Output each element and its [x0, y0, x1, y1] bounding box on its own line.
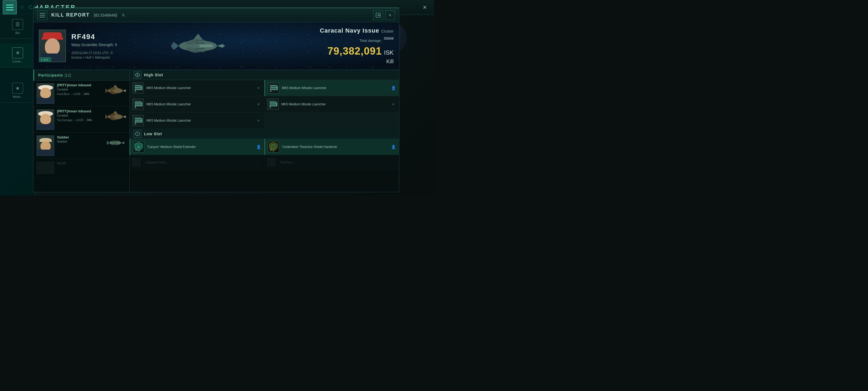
avatar-face-3: [40, 141, 51, 151]
low-item-count-1: 1: [135, 148, 137, 151]
empty-label: — — —: [267, 119, 278, 122]
svg-rect-48: [270, 102, 276, 103]
kill-badge: 1 Kill: [39, 57, 51, 62]
svg-marker-54: [141, 118, 143, 123]
high-slot-item-4[interactable]: 1 MK5 Medium Missile Launcher ×: [265, 96, 399, 112]
sidebar-item-medals[interactable]: ★ Meda...: [0, 79, 35, 103]
pilot-name: RF494: [71, 33, 320, 41]
combat-icon: ✕: [12, 48, 23, 58]
participant-avatar-3: [37, 136, 54, 156]
sidebar-bio-label: Bio: [16, 31, 20, 34]
item-name-1: MK5 Medium Missile Launcher: [147, 86, 253, 90]
high-slot-header: High Slot: [130, 70, 399, 80]
hero-info: RF494 Warp Scramble Strength: 5 2020/11/…: [71, 33, 320, 59]
stat-divider-2: |: [82, 92, 83, 95]
item-action-5[interactable]: ×: [255, 118, 261, 123]
item-action-4[interactable]: ×: [390, 101, 396, 107]
stat-percent-2: 34%: [87, 119, 92, 122]
participants-panel: Participants [12] [PRTY]Amarr Inbound Cy…: [33, 70, 130, 192]
participant-info-4: 332.85: [57, 162, 126, 165]
high-slot-item-5[interactable]: 1 MK5 Medium Missile Launcher ×: [130, 113, 264, 129]
low-slot-extra: Capacitor Rech... 'Full Run'...: [130, 155, 399, 170]
item-action-2[interactable]: 👤: [390, 85, 396, 91]
stat-divider-1: |: [71, 92, 72, 95]
pilot-avatar: 1 Kill: [39, 30, 66, 62]
modal-export-button[interactable]: [373, 10, 383, 20]
high-slot-item-1[interactable]: 1 MK5 Medium Missile Launcher ×: [130, 80, 264, 96]
low-slot-icon: [134, 130, 141, 138]
modal-id: [ID:3348648]: [94, 13, 117, 18]
app-menu-button[interactable]: [3, 0, 17, 15]
total-damage-label: Total damage:: [360, 38, 382, 43]
participant-ship-img-1: [104, 83, 126, 98]
total-damage-value: 35948: [384, 36, 394, 43]
low-slot-item-2[interactable]: 1 'Undertaker' Reactive Shield Hardener …: [265, 139, 399, 155]
shield-extender-icon: + 1: [133, 141, 144, 152]
low-item-action-1[interactable]: 👤: [255, 144, 261, 150]
launcher-icon-1: 1: [132, 82, 144, 94]
participant-damage-4: 332.85: [57, 162, 126, 165]
high-slot-empty: — — —: [265, 113, 399, 129]
low-item-name-1: 'Canyon' Medium Shield Extender: [147, 145, 253, 149]
stat-percent-1: 34%: [84, 92, 89, 95]
hero-stats: Caracal Navy Issue Cruiser Total damage:…: [320, 27, 394, 65]
participant-name-2: [PRTY]Amarr Inbound: [57, 109, 102, 113]
avatar-face: [40, 88, 51, 98]
svg-marker-42: [277, 86, 278, 90]
high-slot-item-2[interactable]: 1 MK5 Medium Missile Launcher 👤: [265, 80, 399, 96]
participants-header: Participants [12]: [33, 70, 129, 81]
left-sidebar: ☰ Bio ✕ Comb... ★ Meda...: [0, 0, 35, 196]
kill-date: 2020/11/04 17:10:51 UTC -5: [71, 51, 320, 55]
stat-damage-2: 12436: [76, 119, 83, 122]
low-slot-item-1[interactable]: + 1 'Canyon' Medium Shield Extender 👤: [130, 139, 264, 155]
participant-ship-3: Stabber: [57, 140, 102, 143]
item-action-1[interactable]: ×: [255, 85, 261, 91]
sidebar-item-combat[interactable]: ✕ Comb...: [0, 44, 35, 67]
svg-marker-29: [106, 141, 109, 145]
participant-info-2: [PRTY]Amarr Inbound Cynabal Top Damage |…: [57, 109, 102, 122]
partial-text-2: 'Full Run'...: [280, 161, 295, 164]
participant-name-3: Stabber: [57, 136, 102, 139]
avatar-face: [39, 30, 65, 62]
participant-item[interactable]: [PRTY]Amarr Inbound Cynabal Final Blow |…: [33, 81, 129, 107]
participant-stats-1: Final Blow | 12436 | 34%: [57, 92, 102, 95]
participant-info-3: Stabber Stabber: [57, 136, 102, 145]
modal-hamburger-line-3: [40, 17, 45, 18]
hero-section: 1 Kill RF494 Warp Scramble Strength: 5 2…: [33, 22, 399, 70]
avatar-hat: [43, 32, 62, 38]
participants-title: Participants: [38, 73, 63, 77]
svg-rect-40: [270, 85, 277, 87]
modal-title: KILL REPORT: [51, 12, 90, 18]
svg-rect-35: [135, 87, 142, 88]
participant-item[interactable]: 332.85: [33, 159, 129, 177]
item-action-3[interactable]: ×: [255, 101, 261, 107]
svg-rect-31: [112, 144, 118, 145]
modal-close-button[interactable]: ×: [385, 10, 395, 20]
avatar-body-3: [37, 149, 54, 156]
high-slot-item-3[interactable]: 1 MK5 Medium Missile Launcher ×: [130, 96, 264, 112]
hamburger-line-2: [6, 7, 13, 8]
sidebar-item-bio[interactable]: ☰ Bio: [0, 15, 35, 39]
body-section: Participants [12] [PRTY]Amarr Inbound Cy…: [33, 70, 399, 192]
modal-hamburger-line-2: [40, 15, 45, 16]
low-slot-title: Low Slot: [144, 132, 162, 136]
svg-text:+: +: [137, 145, 140, 149]
modal-menu-button[interactable]: [37, 10, 47, 20]
kill-report-modal: KILL REPORT [ID:3348648] ⎘ ×: [33, 8, 399, 192]
launcher-icon-4: 1: [267, 99, 279, 110]
launcher-icon-5: 1: [132, 115, 144, 126]
modal-actions: ×: [373, 10, 395, 20]
participant-item[interactable]: [PRTY]Amarr Inbound Cynabal Top Damage |…: [33, 107, 129, 133]
app-close-button[interactable]: ×: [420, 2, 430, 12]
participant-item[interactable]: Stabber Stabber: [33, 133, 129, 159]
copy-icon[interactable]: ⎘: [122, 13, 124, 17]
avatar-face-2: [40, 114, 51, 124]
medals-icon: ★: [12, 83, 23, 94]
modal-header: KILL REPORT [ID:3348648] ⎘ ×: [33, 8, 399, 22]
participant-info-1: [PRTY]Amarr Inbound Cynabal Final Blow |…: [57, 83, 102, 95]
low-item-action-2[interactable]: 👤: [390, 144, 396, 150]
low-slot-partial-1: Capacitor Rech...: [130, 155, 264, 170]
participant-avatar-2: [37, 109, 54, 130]
launcher-icon-2: 1: [268, 82, 279, 94]
hamburger-line-1: [6, 5, 13, 5]
